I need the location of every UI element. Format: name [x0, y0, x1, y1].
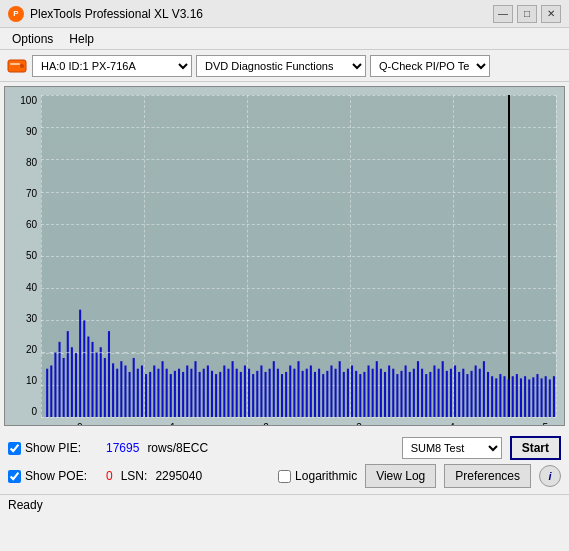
svg-rect-102 [454, 365, 456, 417]
svg-rect-86 [388, 365, 390, 417]
svg-rect-106 [471, 371, 473, 417]
svg-rect-96 [429, 372, 431, 417]
svg-rect-76 [347, 369, 349, 417]
svg-rect-48 [232, 361, 234, 417]
svg-rect-29 [153, 365, 155, 417]
minimize-button[interactable]: — [493, 5, 513, 23]
svg-rect-26 [141, 365, 143, 417]
svg-rect-59 [277, 369, 279, 417]
svg-rect-38 [190, 369, 192, 417]
svg-rect-9 [71, 347, 73, 417]
svg-rect-77 [351, 365, 353, 417]
svg-rect-73 [335, 369, 337, 417]
svg-rect-88 [396, 374, 398, 417]
svg-rect-125 [549, 379, 551, 417]
show-pie-checkbox-label[interactable]: Show PIE: [8, 441, 98, 455]
svg-rect-56 [265, 372, 267, 417]
svg-rect-6 [59, 342, 61, 417]
y-axis: 100 90 80 70 60 50 40 30 20 10 0 [5, 95, 41, 417]
pie-value: 17695 [106, 441, 139, 455]
show-poe-checkbox[interactable] [8, 470, 21, 483]
svg-rect-109 [483, 361, 485, 417]
svg-rect-104 [462, 369, 464, 417]
svg-rect-100 [446, 371, 448, 417]
svg-rect-85 [384, 372, 386, 417]
chart-container: 100 90 80 70 60 50 40 30 20 10 0 [4, 86, 565, 426]
svg-rect-13 [87, 337, 89, 418]
svg-rect-33 [170, 374, 172, 417]
svg-rect-103 [458, 372, 460, 417]
svg-rect-50 [240, 372, 242, 417]
svg-rect-3 [46, 369, 48, 417]
svg-rect-7 [63, 358, 65, 417]
bottom-row-2: Show POE: 0 LSN: 2295040 Logarithmic Vie… [8, 464, 561, 488]
drive-select[interactable]: HA:0 ID:1 PX-716A [32, 55, 192, 77]
svg-rect-20 [116, 369, 118, 417]
svg-rect-101 [450, 369, 452, 417]
svg-rect-124 [545, 376, 547, 417]
svg-rect-22 [124, 365, 126, 417]
svg-rect-91 [409, 372, 411, 417]
svg-rect-115 [508, 379, 510, 417]
svg-rect-111 [491, 376, 493, 417]
svg-rect-55 [260, 365, 262, 417]
test-select[interactable]: Q-Check PI/PO Test [370, 55, 490, 77]
svg-rect-70 [322, 374, 324, 417]
svg-rect-121 [532, 377, 534, 417]
svg-rect-12 [83, 320, 85, 417]
svg-rect-82 [372, 369, 374, 417]
svg-rect-42 [207, 365, 209, 417]
logarithmic-checkbox-label[interactable]: Logarithmic [278, 469, 357, 483]
drive-icon [6, 55, 28, 77]
svg-rect-71 [326, 371, 328, 417]
show-pie-checkbox[interactable] [8, 442, 21, 455]
svg-rect-51 [244, 365, 246, 417]
svg-rect-95 [425, 374, 427, 417]
svg-rect-45 [219, 372, 221, 417]
svg-rect-69 [318, 369, 320, 417]
menu-bar: Options Help [0, 28, 569, 50]
svg-rect-31 [162, 361, 164, 417]
svg-rect-116 [512, 376, 514, 417]
title-bar-text: PlexTools Professional XL V3.16 [30, 7, 203, 21]
menu-options[interactable]: Options [4, 30, 61, 48]
chart-bg [41, 95, 556, 417]
svg-rect-123 [541, 378, 543, 417]
svg-rect-122 [536, 374, 538, 417]
status-text: Ready [8, 498, 43, 512]
svg-rect-90 [405, 365, 407, 417]
show-poe-checkbox-label[interactable]: Show POE: [8, 469, 98, 483]
info-button[interactable]: i [539, 465, 561, 487]
svg-rect-74 [339, 361, 341, 417]
restore-button[interactable]: □ [517, 5, 537, 23]
svg-rect-117 [516, 374, 518, 417]
viewlog-button[interactable]: View Log [365, 464, 436, 488]
svg-rect-84 [380, 369, 382, 417]
close-button[interactable]: ✕ [541, 5, 561, 23]
status-bar: Ready [0, 494, 569, 514]
svg-rect-10 [75, 353, 77, 417]
preferences-button[interactable]: Preferences [444, 464, 531, 488]
sum8-select[interactable]: SUM8 Test SUM1 Test [402, 437, 502, 459]
svg-rect-113 [499, 374, 501, 417]
function-select[interactable]: DVD Diagnostic Functions [196, 55, 366, 77]
svg-rect-47 [227, 369, 229, 417]
menu-help[interactable]: Help [61, 30, 102, 48]
rows-label: rows/8ECC [147, 441, 208, 455]
svg-rect-54 [256, 371, 258, 417]
svg-rect-14 [91, 342, 93, 417]
svg-rect-68 [314, 372, 316, 417]
x-axis: 0 1 2 3 4 5 [77, 422, 548, 426]
poe-value: 0 [106, 469, 113, 483]
svg-rect-62 [289, 365, 291, 417]
svg-rect-105 [466, 374, 468, 417]
svg-rect-97 [433, 365, 435, 417]
logarithmic-checkbox[interactable] [278, 470, 291, 483]
svg-rect-49 [236, 369, 238, 417]
start-button[interactable]: Start [510, 436, 561, 460]
svg-rect-1 [10, 63, 20, 65]
show-pie-label: Show PIE: [25, 441, 81, 455]
chart-data-svg [41, 95, 556, 417]
svg-rect-61 [285, 372, 287, 417]
svg-rect-39 [194, 361, 196, 417]
